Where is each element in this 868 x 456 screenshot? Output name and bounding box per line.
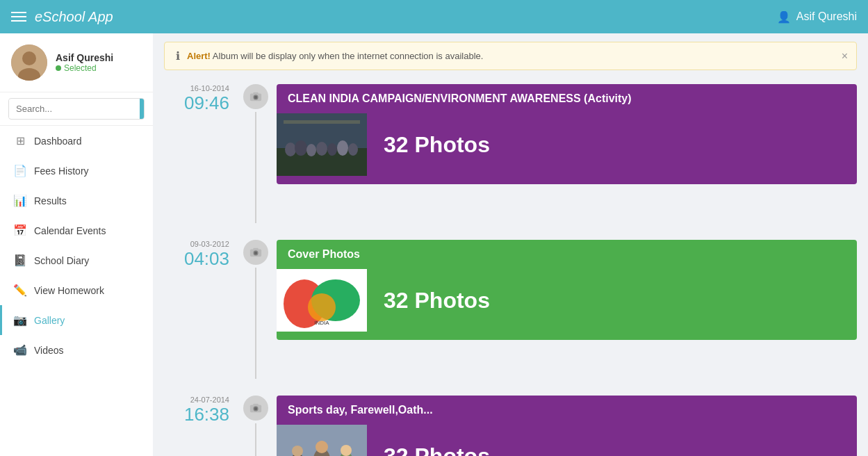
album-time-1: 09:46 [164, 92, 229, 114]
album-photo-count-1: 32 Photos [378, 132, 490, 158]
user-name: Asif Qureshi [56, 52, 113, 63]
header-left: eSchool App [11, 9, 113, 25]
album-time-3: 16:38 [164, 404, 229, 425]
alert-text: Alert! Album will be display only when t… [187, 51, 483, 61]
svg-text:INDIA: INDIA [314, 320, 329, 326]
calendar-icon: 📅 [13, 224, 27, 237]
sidebar-item-school-diary[interactable]: 📓 School Diary [0, 245, 153, 275]
timeline-line-2 [240, 240, 271, 379]
album-date-2: 09-03-2012 [164, 240, 229, 248]
vline-1 [255, 112, 256, 223]
album-title-3: Sports day, Farewell,Oath... [277, 396, 857, 425]
user-info: Asif Qureshi Selected [56, 52, 113, 73]
search-input[interactable] [9, 99, 140, 118]
camera-circle-1 [243, 84, 268, 109]
sidebar-item-calendar-events[interactable]: 📅 Calendar Events [0, 215, 153, 245]
sidebar-item-view-homework[interactable]: ✏️ View Homework [0, 275, 153, 305]
album-content-3: 32 Photos [277, 425, 857, 456]
pencil-icon: ✏️ [13, 284, 27, 297]
sidebar-label-dashboard: Dashboard [34, 136, 82, 147]
album-date-3: 24-07-2014 [164, 396, 229, 404]
album-card-2[interactable]: Cover Photos INDIA 3 [277, 240, 857, 340]
svg-rect-31 [253, 404, 258, 406]
vline-2 [255, 268, 256, 379]
sidebar-label-gallery: Gallery [34, 315, 65, 326]
album-title-2: Cover Photos [277, 240, 857, 269]
svg-point-21 [254, 252, 258, 255]
album-time-2: 04:03 [164, 248, 229, 270]
sidebar-label-school-diary: School Diary [34, 255, 89, 266]
svg-point-15 [327, 143, 337, 156]
video-icon: 📹 [13, 343, 27, 357]
album-content-1: 32 Photos [277, 113, 857, 184]
top-header: eSchool App 👤 Asif Qureshi [0, 0, 868, 33]
search-box [8, 98, 145, 120]
svg-point-16 [337, 140, 348, 156]
grid-icon: ⊞ [13, 134, 27, 147]
sidebar: Asif Qureshi Selected [0, 33, 153, 456]
svg-rect-22 [253, 248, 258, 250]
timeline: 16-10-2014 09:46 CLEAN IN [153, 79, 868, 456]
svg-rect-18 [284, 120, 360, 124]
header-right: 👤 Asif Qureshi [777, 10, 857, 24]
album-photo-count-3: 32 Photos [378, 443, 490, 457]
camera-circle-3 [243, 396, 268, 421]
svg-point-26 [308, 293, 336, 321]
sidebar-nav: ⊞ Dashboard 📄 Fees History 📊 Results 📅 C… [0, 126, 153, 365]
sidebar-item-fees-history[interactable]: 📄 Fees History [0, 156, 153, 186]
alert-bar: ℹ Alert! Album will be display only when… [164, 42, 857, 70]
alert-label: Alert! [187, 51, 211, 61]
user-icon-header: 👤 [777, 10, 791, 24]
avatar [11, 44, 47, 81]
svg-point-36 [316, 441, 328, 453]
album-thumb-3 [277, 425, 367, 456]
svg-point-38 [341, 445, 352, 456]
alert-message: Album will be display only when the inte… [213, 51, 484, 61]
sidebar-item-results[interactable]: 📊 Results [0, 186, 153, 215]
header-user-name: Asif Qureshi [796, 10, 857, 23]
svg-point-11 [285, 142, 296, 156]
book-icon: 📓 [13, 254, 27, 267]
svg-point-14 [316, 142, 327, 156]
user-status: Selected [56, 63, 113, 73]
svg-point-13 [306, 144, 316, 156]
sidebar-label-view-homework: View Homework [34, 285, 104, 296]
info-icon: ℹ [176, 49, 180, 63]
svg-point-30 [254, 407, 258, 411]
sidebar-item-videos[interactable]: 📹 Videos [0, 335, 153, 365]
svg-point-12 [295, 140, 307, 156]
album-card-1[interactable]: CLEAN INDIA CAMPAIGN/ENVIRONMENT AWARENE… [277, 84, 857, 184]
album-content-2: INDIA 32 Photos [277, 269, 857, 340]
search-container [0, 92, 153, 126]
album-thumb-2: INDIA [277, 269, 367, 332]
main-layout: Asif Qureshi Selected [0, 33, 868, 456]
camera-circle-2 [243, 240, 268, 265]
album-card-3[interactable]: Sports day, Farewell,Oath... [277, 396, 857, 456]
app-logo: eSchool App [35, 9, 113, 25]
sidebar-label-videos: Videos [34, 345, 64, 356]
sidebar-label-fees-history: Fees History [34, 165, 89, 177]
sidebar-label-calendar-events: Calendar Events [34, 225, 106, 236]
sidebar-item-dashboard[interactable]: ⊞ Dashboard [0, 126, 153, 156]
sidebar-item-gallery[interactable]: 📷 Gallery [0, 305, 153, 335]
timeline-line-3 [240, 396, 271, 456]
album-date-1: 16-10-2014 [164, 84, 229, 92]
time-section-2: 09-03-2012 04:03 [164, 240, 240, 270]
hamburger-button[interactable] [11, 12, 26, 22]
album-photo-count-2: 32 Photos [378, 288, 490, 314]
document-icon: 📄 [13, 164, 27, 177]
svg-point-1 [22, 51, 36, 65]
alert-close-button[interactable]: × [842, 50, 848, 63]
bar-chart-icon: 📊 [13, 194, 27, 207]
sidebar-label-results: Results [34, 195, 67, 206]
svg-point-7 [254, 96, 258, 99]
camera-icon: 📷 [13, 314, 27, 327]
user-profile: Asif Qureshi Selected [0, 33, 153, 92]
timeline-line-1 [240, 84, 271, 223]
timeline-item-2: 09-03-2012 04:03 Cover Ph [164, 240, 857, 379]
album-thumb-1 [277, 113, 367, 176]
search-button[interactable] [140, 99, 145, 119]
svg-rect-8 [253, 92, 258, 95]
vline-3 [255, 423, 256, 456]
status-dot [56, 65, 61, 71]
